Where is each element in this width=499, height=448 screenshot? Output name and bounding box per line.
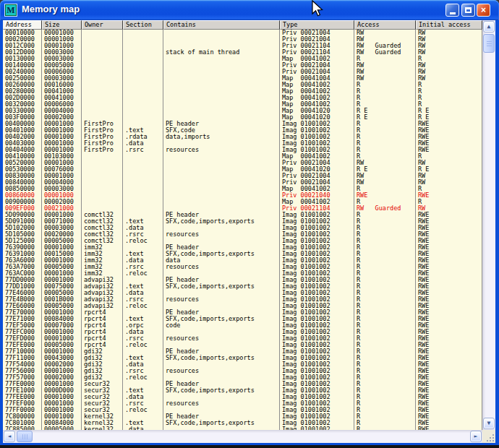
table-row[interactable]: 77F57000 00002000 gdi32 .reloc Imag 0100…: [3, 374, 482, 381]
table-row[interactable]: 77E70000 00001000 rpcrt4 PE header Imag …: [3, 309, 482, 316]
horizontal-scroll-thumb[interactable]: [17, 431, 33, 442]
cell-owner: imm32: [82, 251, 123, 257]
table-row[interactable]: 00530000 00076000 Map 00041020 R E R E: [3, 166, 482, 173]
table-row[interactable]: 00900000 00002000 Map 00041002 R R: [3, 199, 482, 205]
cell-address: 002D0000: [3, 95, 42, 101]
cell-contains: SFX,code,imports,exports: [163, 387, 280, 394]
table-row[interactable]: 77FEE000 00001000 secur32 .data Imag 010…: [3, 394, 482, 400]
table-row[interactable]: 0012C000 00001000 Priv 00021104 RW Guard…: [3, 43, 482, 49]
table-row[interactable]: 00404000 00001000 FirstPro .rsrc resourc…: [3, 147, 482, 153]
table-row[interactable]: 00830000 00001000 Priv 00021004 RW RW: [3, 173, 482, 179]
cell-initial-access: RW: [416, 205, 482, 212]
table-row[interactable]: 77F10000 00001000 gdi32 PE header Imag 0…: [3, 348, 482, 355]
column-header-section[interactable]: Section: [123, 20, 163, 30]
cell-initial-access: RWE: [416, 420, 482, 426]
table-row[interactable]: 00240000 00006000 Priv 00021004 RW RW: [3, 69, 482, 75]
table-row[interactable]: 77DD0000 00001000 advapi32 PE header Ima…: [3, 277, 482, 283]
table-row[interactable]: 00010000 00001000 Priv 00021004 RW RW: [3, 30, 482, 36]
scroll-up-button[interactable]: ▲: [483, 21, 495, 33]
table-row[interactable]: 77FE1000 0000D000 secur32 .text SFX,code…: [3, 387, 482, 394]
vertical-scroll-thumb[interactable]: [483, 34, 495, 53]
column-header-size[interactable]: Size: [42, 20, 82, 30]
table-row[interactable]: 00403000 00001000 FirstPro .data Imag 01…: [3, 140, 482, 147]
table-row[interactable]: 77E4B000 0001B000 advapi32 .rsrc resourc…: [3, 296, 482, 303]
table-row[interactable]: 5D125000 00005000 comctl32 .reloc Imag 0…: [3, 238, 482, 244]
cell-type: Imag 01001002: [280, 277, 354, 283]
maximize-button[interactable]: [461, 4, 475, 17]
scroll-left-button[interactable]: ◄: [4, 431, 15, 442]
vertical-scrollbar[interactable]: ▲ ▼: [482, 20, 495, 430]
table-row[interactable]: 00140000 00005000 Priv 00021004 RW RW: [3, 62, 482, 69]
table-row[interactable]: 77E71000 00084000 rpcrt4 .text SFX,code,…: [3, 316, 482, 322]
table-row[interactable]: 77F56000 00001000 gdi32 .rsrc resources …: [3, 368, 482, 374]
table-row[interactable]: 0012D000 00003000 stack of main thread P…: [3, 49, 482, 56]
table-row[interactable]: 00130000 00003000 Map 00041002 R R: [3, 56, 482, 62]
table-row[interactable]: 77E66000 00005000 advapi32 .reloc Imag 0…: [3, 303, 482, 309]
table-row[interactable]: 763AC000 00001000 imm32 .reloc Imag 0100…: [3, 270, 482, 277]
table-row[interactable]: 00250000 00003000 Map 00041004 RW RW: [3, 75, 482, 82]
table-row[interactable]: 003F0000 00002000 Map 00041020 R E R E: [3, 114, 482, 121]
table-row[interactable]: 009EF000 00021000 Priv 00021104 RW Guard…: [3, 205, 482, 212]
column-header-initial-access[interactable]: Initial access: [416, 20, 482, 30]
cell-section: [123, 43, 163, 49]
column-header-address[interactable]: Address: [3, 20, 42, 30]
close-button[interactable]: ×: [477, 4, 490, 17]
table-row[interactable]: 00402000 00001000 FirstPro .rdata data,i…: [3, 134, 482, 140]
table-row[interactable]: 77F11000 00043000 gdi32 .text SFX,code,i…: [3, 355, 482, 361]
cell-type: Map 00041020: [280, 166, 354, 173]
horizontal-scrollbar[interactable]: ◄ ►: [3, 430, 482, 443]
cell-address: 77F56000: [3, 368, 42, 374]
table-row[interactable]: 77F54000 00002000 gdi32 .data Imag 01001…: [3, 361, 482, 368]
scroll-down-button[interactable]: ▼: [483, 418, 495, 429]
cell-access: R: [354, 387, 416, 394]
cell-access: RW Guarded: [354, 43, 416, 49]
table-row[interactable]: 00020000 00001000 Priv 00021004 RW RW: [3, 36, 482, 43]
table-row[interactable]: 7C800000 00001000 kernel32 PE header Ima…: [3, 413, 482, 420]
table-row[interactable]: 00860000 00001000 Priv 00021040 RWE RWE: [3, 192, 482, 199]
table-row[interactable]: 77EFD000 00001000 rpcrt4 .rsrc resources…: [3, 335, 482, 342]
cell-address: 76390000: [3, 244, 42, 251]
table-row[interactable]: 00280000 00041000 Map 00041002 R R: [3, 88, 482, 95]
table-row[interactable]: 77EF5000 00007000 rpcrt4 .orpc code Imag…: [3, 322, 482, 329]
column-header-access[interactable]: Access: [354, 20, 416, 30]
table-row[interactable]: 5D091000 00071000 comctl32 .text SFX,cod…: [3, 218, 482, 225]
table-row[interactable]: 77FF0000 00001000 secur32 .reloc Imag 01…: [3, 407, 482, 413]
table-row[interactable]: 00850000 00003000 Map 00041002 R R: [3, 186, 482, 192]
table-row[interactable]: 5D090000 00001000 comctl32 PE header Ima…: [3, 212, 482, 218]
table-row[interactable]: 77FE0000 00001000 secur32 PE header Imag…: [3, 381, 482, 387]
column-header-contains[interactable]: Contains: [163, 20, 280, 30]
cell-initial-access: RWE: [416, 290, 482, 296]
table-row[interactable]: 5D102000 00003000 comctl32 .data Imag 01…: [3, 225, 482, 231]
table-row[interactable]: 77FEF000 00001000 secur32 .rsrc resource…: [3, 400, 482, 407]
titlebar[interactable]: M Memory map ×: [0, 0, 499, 20]
table-row[interactable]: 00260000 00016000 Map 00041002 R R: [3, 82, 482, 88]
resize-grip[interactable]: [492, 440, 494, 441]
table-row[interactable]: 763A7000 00005000 imm32 .rsrc resources …: [3, 264, 482, 270]
cell-initial-access: R E: [416, 108, 482, 114]
table-row[interactable]: 76391000 00015000 imm32 .text SFX,code,i…: [3, 251, 482, 257]
table-row[interactable]: 5D105000 00020000 comctl32 .rsrc resourc…: [3, 231, 482, 238]
scroll-right-button[interactable]: ►: [470, 431, 482, 442]
table-row[interactable]: 7C801000 00084000 kernel32 .text SFX,cod…: [3, 420, 482, 426]
cell-access: R: [354, 82, 416, 88]
minimize-button[interactable]: [445, 4, 459, 17]
column-header-type[interactable]: Type: [280, 20, 354, 30]
table-row[interactable]: 77E46000 00005000 advapi32 .data Imag 01…: [3, 290, 482, 296]
table-row[interactable]: 77EFE000 00005000 rpcrt4 .reloc Imag 010…: [3, 342, 482, 348]
table-row[interactable]: 00401000 00001000 FirstPro .text SFX,cod…: [3, 127, 482, 134]
table-row[interactable]: 76390000 00001000 imm32 PE header Imag 0…: [3, 244, 482, 251]
table-row[interactable]: 00400000 00001000 FirstPro PE header Ima…: [3, 121, 482, 127]
table-row[interactable]: 00330000 00004000 Map 00041020 R E R E: [3, 108, 482, 114]
table-row[interactable]: 763A6000 00001000 imm32 .data data Imag …: [3, 257, 482, 264]
cell-type: Priv 00021104: [280, 205, 354, 212]
table-row[interactable]: 77EFC000 00001000 rpcrt4 .data Imag 0100…: [3, 329, 482, 335]
table-row[interactable]: 00840000 00004000 Priv 00021004 RW RW: [3, 179, 482, 186]
table-row[interactable]: 00410000 00103000 Map 00041002 R R: [3, 153, 482, 160]
table-row[interactable]: 00320000 00006000 Map 00041002 R R: [3, 101, 482, 108]
column-header-owner[interactable]: Owner: [82, 20, 123, 30]
table-row[interactable]: 00520000 00001000 Priv 00021004 RW RW: [3, 160, 482, 166]
cell-section: .data: [123, 140, 163, 147]
table-row[interactable]: 002D0000 00041000 Map 00041002 R R: [3, 95, 482, 101]
cell-size: 00001000: [42, 192, 82, 199]
table-row[interactable]: 77DD1000 00075000 advapi32 .text SFX,cod…: [3, 283, 482, 290]
